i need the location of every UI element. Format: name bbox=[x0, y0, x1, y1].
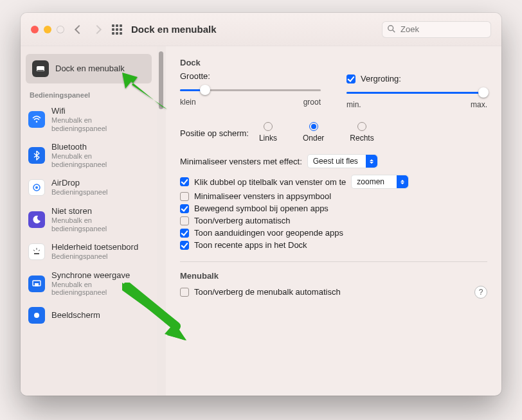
position-right-label: Rechts bbox=[350, 134, 374, 143]
position-left-label: Links bbox=[259, 134, 277, 143]
search-field[interactable] bbox=[382, 21, 491, 38]
minimize-effect-select[interactable]: Geest uit fles bbox=[307, 154, 378, 168]
sidebar-item-keyboard-brightness[interactable]: Helderheid toetsenbordBedieningspaneel bbox=[21, 238, 157, 266]
check-label: Bewegend symbool bij openen apps bbox=[194, 204, 328, 213]
size-slider[interactable] bbox=[180, 83, 321, 96]
svg-point-6 bbox=[35, 186, 38, 189]
svg-rect-3 bbox=[37, 70, 44, 71]
sidebar-item-label: Synchrone weergave bbox=[51, 271, 149, 281]
autohide-dock-checkbox[interactable] bbox=[180, 216, 189, 225]
section-dock-title: Dock bbox=[180, 58, 487, 67]
search-icon bbox=[387, 24, 396, 33]
sidebar-item-bluetooth[interactable]: BluetoothMenubalk en bedieningspaneel bbox=[21, 137, 157, 173]
sidebar-item-sub: Menubalk en bedieningspaneel bbox=[51, 152, 149, 168]
sidebar-item-label: Helderheid toetsenbord bbox=[51, 243, 138, 252]
doubleclick-value: zoomen bbox=[357, 177, 384, 186]
mag-min-label: min. bbox=[346, 100, 361, 109]
select-stepper-icon bbox=[397, 175, 408, 188]
display-icon bbox=[28, 307, 45, 324]
svg-point-0 bbox=[388, 25, 393, 30]
sidebar-item-label: Niet storen bbox=[51, 207, 149, 216]
section-menubar-title: Menubalk bbox=[180, 271, 487, 281]
show-indicators-checkbox[interactable] bbox=[180, 229, 189, 238]
close-icon[interactable] bbox=[31, 26, 39, 33]
size-min-label: klein bbox=[180, 98, 196, 107]
help-button[interactable]: ? bbox=[474, 286, 487, 299]
minimize-into-app-checkbox[interactable] bbox=[180, 192, 189, 201]
sidebar-item-sub: Bedieningspaneel bbox=[51, 188, 107, 197]
size-max-label: groot bbox=[303, 98, 321, 107]
window-controls bbox=[31, 26, 64, 33]
position-right-radio[interactable] bbox=[357, 122, 366, 131]
sidebar-item-label: Beeldscherm bbox=[51, 311, 100, 320]
search-input[interactable] bbox=[382, 21, 491, 38]
sidebar-item-wifi[interactable]: WifiMenubalk en bedieningspaneel bbox=[21, 101, 157, 137]
position-label: Positie op scherm: bbox=[180, 128, 249, 138]
prefs-window: Dock en menubalk Dock en menubalk Bedien… bbox=[21, 13, 501, 396]
show-all-button[interactable] bbox=[112, 24, 122, 35]
svg-line-9 bbox=[33, 250, 35, 251]
doubleclick-checkbox[interactable] bbox=[180, 177, 189, 186]
forward-button bbox=[93, 24, 102, 33]
svg-rect-12 bbox=[35, 283, 39, 286]
sidebar-scrollbar[interactable] bbox=[157, 46, 166, 396]
toolbar: Dock en menubalk bbox=[21, 13, 501, 46]
minimize-icon[interactable] bbox=[44, 26, 51, 33]
airdrop-icon bbox=[28, 179, 45, 196]
wifi-icon bbox=[28, 111, 45, 128]
back-button[interactable] bbox=[75, 24, 84, 33]
check-label: Toon aanduidingen voor geopende apps bbox=[194, 228, 343, 238]
nav-arrows bbox=[76, 26, 100, 33]
svg-line-1 bbox=[393, 30, 395, 32]
svg-point-13 bbox=[34, 313, 39, 318]
sidebar-item-label: Wifi bbox=[51, 107, 149, 116]
select-stepper-icon bbox=[366, 155, 377, 168]
position-left-radio[interactable] bbox=[264, 122, 273, 131]
svg-line-10 bbox=[39, 250, 40, 251]
check-label: Toon/verberg automatisch bbox=[194, 216, 291, 225]
window-title: Dock en menubalk bbox=[131, 24, 217, 35]
animate-opening-checkbox[interactable] bbox=[180, 204, 189, 213]
check-label: Toon recente apps in het Dock bbox=[194, 240, 307, 250]
sidebar-section-header: Bedieningspaneel bbox=[21, 86, 157, 101]
svg-rect-7 bbox=[34, 253, 39, 254]
check-label: Minimaliseer vensters in appsymbool bbox=[194, 191, 331, 201]
position-bottom-label: Onder bbox=[303, 134, 324, 143]
svg-point-4 bbox=[36, 121, 38, 123]
window-body: Dock en menubalk Bedieningspaneel WifiMe… bbox=[21, 46, 501, 396]
magnification-slider[interactable] bbox=[346, 86, 487, 99]
sidebar-item-sub: Bedieningspaneel bbox=[51, 252, 138, 261]
size-label: Grootte: bbox=[180, 71, 321, 81]
doubleclick-select[interactable]: zoomen bbox=[351, 175, 409, 189]
magnification-checkbox[interactable] bbox=[346, 74, 356, 83]
divider bbox=[180, 261, 487, 262]
sidebar-item-dock-menubar[interactable]: Dock en menubalk bbox=[26, 54, 152, 83]
sidebar-item-sub: Menubalk en bedieningspaneel bbox=[51, 116, 149, 132]
keyboard-brightness-icon bbox=[28, 243, 45, 260]
sidebar-item-display[interactable]: Beeldscherm bbox=[21, 302, 157, 329]
moon-icon bbox=[28, 211, 45, 228]
minimize-effect-label: Minimaliseer vensters met effect: bbox=[180, 157, 302, 166]
sidebar-item-sub: Menubalk en bedieningspaneel bbox=[51, 216, 149, 232]
sidebar-item-airdrop[interactable]: AirDropBedieningspaneel bbox=[21, 173, 157, 202]
bluetooth-icon bbox=[28, 147, 45, 164]
sidebar-item-label: AirDrop bbox=[51, 179, 107, 188]
doubleclick-label: Klik dubbel op titelbalk van venster om … bbox=[194, 177, 346, 187]
screen-mirroring-icon bbox=[28, 276, 45, 292]
mag-max-label: max. bbox=[471, 100, 487, 109]
sidebar-item-label: Bluetooth bbox=[51, 143, 149, 152]
sidebar-item-dnd[interactable]: Niet storenMenubalk en bedieningspaneel bbox=[21, 202, 157, 238]
sidebar[interactable]: Dock en menubalk Bedieningspaneel WifiMe… bbox=[21, 46, 157, 396]
content-pane: Dock Grootte: kleingroot Vergroting: bbox=[166, 46, 501, 396]
minimize-effect-value: Geest uit fles bbox=[313, 157, 358, 166]
position-bottom-radio[interactable] bbox=[309, 122, 318, 131]
scrollbar-thumb[interactable] bbox=[159, 51, 163, 109]
zoom-icon[interactable] bbox=[57, 26, 64, 33]
show-recents-checkbox[interactable] bbox=[180, 241, 189, 250]
magnification-label: Vergroting: bbox=[361, 74, 401, 83]
sidebar-item-sub: Menubalk en bedieningspaneel bbox=[51, 281, 149, 297]
sidebar-item-label: Dock en menubalk bbox=[55, 64, 125, 74]
sidebar-item-screen-mirroring[interactable]: Synchrone weergaveMenubalk en bedienings… bbox=[21, 266, 157, 302]
autohide-menubar-checkbox[interactable] bbox=[180, 288, 189, 297]
autohide-menubar-label: Toon/verberg de menubalk automatisch bbox=[194, 287, 341, 297]
